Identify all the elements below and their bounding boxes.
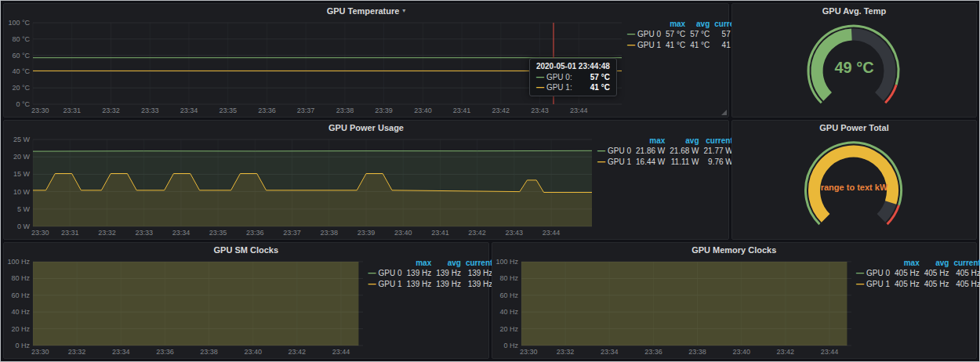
legend-row-gpu0: —GPU 0 57 °C 57 °C 57 °C [625, 29, 744, 40]
legend-value-current: 405 Hz [951, 279, 980, 290]
legend-table: max avg current —GPU 0 405 Hz 405 Hz 405… [854, 259, 980, 290]
legend-value-max: 405 Hz [892, 279, 922, 290]
legend-series-gpu1[interactable]: —GPU 1 [595, 157, 633, 168]
gpu-sm-clocks-chart[interactable]: 0 Hz20 Hz40 Hz60 Hz80 Hz100 Hz23:3023:32… [5, 256, 366, 357]
panel-title-text: GPU Avg. Temp [822, 6, 887, 16]
dashboard-row-3: GPU SM Clocks 0 Hz20 Hz40 Hz60 Hz80 Hz10… [3, 242, 977, 359]
svg-text:23:42: 23:42 [776, 348, 794, 356]
legend-value-avg: 57 °C [688, 29, 712, 40]
legend-series-gpu1[interactable]: —GPU 1 [366, 279, 405, 290]
legend-value-max: 139 Hz [405, 279, 434, 290]
gpu-power-usage-chart[interactable]: 0 W5 W10 W15 W20 W25 W23:3023:3123:3223:… [5, 134, 595, 237]
svg-text:23:34: 23:34 [172, 229, 191, 237]
legend-value-avg: 139 Hz [434, 268, 463, 279]
tooltip-timestamp: 2020-05-01 23:44:48 [536, 62, 610, 71]
legend-value-avg: 139 Hz [434, 279, 463, 290]
legend-value-avg: 405 Hz [922, 268, 952, 279]
tooltip-row-gpu0: —GPU 0: 57 °C [536, 72, 610, 82]
legend-series-gpu1[interactable]: —GPU 1 [854, 279, 892, 290]
dashboard-row-1: GPU Temperature ▾ 0 °C20 °C40 °C60 °C80 … [3, 3, 977, 118]
legend-value-current: 405 Hz [951, 268, 980, 279]
panel-gpu-power-total: GPU Power Total range to text kW [731, 120, 977, 240]
svg-text:23:32: 23:32 [556, 348, 574, 356]
legend-series-gpu0[interactable]: —GPU 0 [366, 268, 405, 279]
svg-text:23:40: 23:40 [414, 107, 432, 114]
gpu-memory-clocks-chart[interactable]: 0 Hz20 Hz40 Hz60 Hz80 Hz100 Hz23:3023:32… [494, 256, 855, 357]
legend-row-gpu1: —GPU 1 41 °C 41 °C 41 °C [625, 40, 744, 51]
legend-series-gpu1[interactable]: —GPU 1 [625, 40, 663, 51]
svg-text:23:41: 23:41 [453, 107, 471, 114]
legend-value-max: 21.86 W [633, 146, 667, 157]
svg-text:0 W: 0 W [17, 223, 31, 230]
legend-series-gpu0[interactable]: —GPU 0 [595, 146, 633, 157]
svg-text:23:37: 23:37 [283, 229, 301, 237]
panel-title-text: GPU Memory Clocks [691, 245, 776, 255]
legend-header-current[interactable]: current [463, 259, 495, 268]
gauge-value-text: 49 °C [732, 58, 976, 76]
svg-text:23:32: 23:32 [68, 348, 86, 356]
svg-text:23:38: 23:38 [320, 229, 338, 237]
tooltip-value: 41 °C [590, 82, 610, 92]
legend-series-gpu0[interactable]: —GPU 0 [854, 268, 892, 279]
svg-text:23:44: 23:44 [543, 229, 561, 237]
svg-text:40 Hz: 40 Hz [11, 308, 30, 316]
svg-text:23:36: 23:36 [644, 348, 662, 356]
svg-text:23:44: 23:44 [820, 348, 838, 356]
panel-title-gpu-avg-temp[interactable]: GPU Avg. Temp [732, 4, 976, 17]
svg-text:23:30: 23:30 [520, 348, 538, 356]
legend-value-max: 405 Hz [892, 268, 922, 279]
legend-header-max[interactable]: max [892, 259, 922, 268]
legend-value-max: 139 Hz [405, 268, 434, 279]
panel-resize-handle[interactable] [721, 110, 727, 115]
svg-text:20 Hz: 20 Hz [11, 325, 30, 333]
svg-text:23:40: 23:40 [394, 229, 412, 237]
panel-title-gpu-power-usage[interactable]: GPU Power Usage [4, 121, 728, 134]
panel-title-text: GPU SM Clocks [213, 245, 278, 255]
panel-title-gpu-temperature[interactable]: GPU Temperature ▾ [4, 4, 728, 17]
legend-value-max: 16.44 W [633, 157, 667, 168]
svg-text:23:40: 23:40 [244, 348, 262, 356]
svg-text:40 °C: 40 °C [12, 67, 30, 75]
legend-header-avg[interactable]: avg [667, 136, 701, 146]
legend-value-max: 41 °C [663, 40, 688, 51]
panel-title-text: GPU Power Usage [328, 123, 404, 132]
legend-series-gpu0[interactable]: —GPU 0 [625, 29, 663, 40]
svg-text:23:33: 23:33 [135, 229, 153, 237]
svg-text:15 W: 15 W [13, 170, 31, 178]
svg-text:20 °C: 20 °C [12, 84, 30, 92]
legend-header-avg[interactable]: avg [434, 259, 463, 268]
svg-text:60 Hz: 60 Hz [11, 291, 30, 299]
legend-header-avg[interactable]: avg [922, 259, 952, 268]
legend-row-gpu1: —GPU 1 16.44 W 11.11 W 9.76 W [595, 157, 735, 168]
legend-row-gpu0: —GPU 0 21.86 W 21.68 W 21.77 W [595, 146, 735, 157]
panel-gpu-avg-temp: GPU Avg. Temp 49 °C [731, 3, 977, 118]
svg-text:23:34: 23:34 [601, 348, 619, 356]
svg-text:23:43: 23:43 [506, 229, 524, 237]
legend-header-max[interactable]: max [633, 136, 667, 146]
svg-text:23:34: 23:34 [112, 348, 130, 356]
series-color-icon: — [856, 280, 864, 288]
svg-text:23:32: 23:32 [102, 107, 120, 114]
legend-table: max avg current —GPU 0 21.86 W 21.68 W 2… [595, 136, 735, 168]
legend-value-avg: 405 Hz [922, 279, 952, 290]
panel-title-gpu-power-total[interactable]: GPU Power Total [732, 121, 976, 134]
legend-header-max[interactable]: max [405, 259, 434, 268]
legend-header-current[interactable]: current [702, 136, 735, 146]
panel-menu-caret-icon[interactable]: ▾ [402, 8, 405, 14]
svg-text:23:31: 23:31 [61, 229, 79, 237]
panel-title-gpu-memory-clocks[interactable]: GPU Memory Clocks [492, 243, 977, 256]
legend-header-avg[interactable]: avg [688, 20, 712, 29]
legend-header-max[interactable]: max [663, 20, 688, 29]
svg-text:23:38: 23:38 [336, 107, 354, 114]
svg-text:23:38: 23:38 [200, 348, 218, 356]
panel-title-gpu-sm-clocks[interactable]: GPU SM Clocks [4, 243, 488, 256]
gpu-sm-clocks-legend: max avg current —GPU 0 139 Hz 139 Hz 139… [366, 256, 485, 357]
svg-text:23:35: 23:35 [209, 229, 227, 237]
series-color-icon: — [627, 41, 635, 49]
panel-gpu-sm-clocks: GPU SM Clocks 0 Hz20 Hz40 Hz60 Hz80 Hz10… [3, 242, 489, 359]
panel-gpu-memory-clocks: GPU Memory Clocks 0 Hz20 Hz40 Hz60 Hz80 … [492, 242, 978, 359]
grafana-dashboard: GPU Temperature ▾ 0 °C20 °C40 °C60 °C80 … [0, 0, 980, 362]
legend-header-current[interactable]: current [951, 259, 980, 268]
svg-text:23:37: 23:37 [297, 107, 315, 114]
svg-text:23:36: 23:36 [156, 348, 174, 356]
